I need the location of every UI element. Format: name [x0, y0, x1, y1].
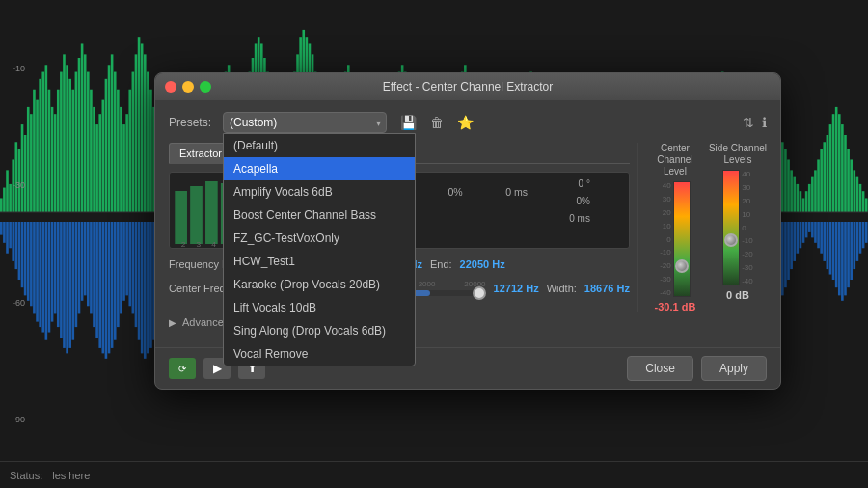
save-preset-button[interactable]: 💾	[396, 113, 420, 132]
dialog-body: Presets: (Custom) ▾ (Default) Acapella A…	[155, 100, 780, 347]
close-window-button[interactable]	[165, 81, 176, 93]
center-level-bar[interactable]	[673, 181, 691, 297]
loop-toggle-button[interactable]: ⟳	[169, 358, 196, 379]
presets-select[interactable]: (Custom)	[223, 112, 387, 133]
side-level-knob[interactable]	[724, 233, 738, 247]
traffic-lights	[165, 81, 211, 93]
dialog-title: Effect - Center Channel Extractor	[383, 80, 554, 94]
degree-indicator: 0 °	[579, 178, 590, 189]
presets-row: Presets: (Custom) ▾ (Default) Acapella A…	[169, 112, 767, 133]
effect-dialog: Effect - Center Channel Extractor Preset…	[154, 72, 781, 390]
svg-rect-1	[190, 186, 203, 244]
freq-end-label: End:	[430, 258, 452, 270]
info-icon[interactable]: ℹ	[762, 115, 767, 130]
maximize-window-button[interactable]	[200, 81, 211, 93]
svg-text:4: 4	[211, 240, 216, 249]
width-label: Width:	[547, 283, 577, 294]
preset-item-acapella[interactable]: Acapella	[224, 157, 415, 180]
scale-label: -10	[0, 64, 25, 73]
svg-rect-2	[205, 181, 218, 244]
apply-button[interactable]: Apply	[701, 356, 767, 381]
right-meters-panel: CenterChannel Level 40 30 20 10 0 -10 -2…	[637, 143, 767, 312]
preset-item-hcw[interactable]: HCW_Test1	[224, 250, 415, 273]
preset-item-default[interactable]: (Default)	[224, 134, 415, 157]
side-scale: 40 30 20 10 0 -10 -20 -30 -40	[742, 170, 753, 285]
side-channel-meter: Side ChannelLevels 40 30 20 10 0 -10	[709, 143, 767, 312]
percent-indicator: 0%	[577, 196, 590, 206]
close-button[interactable]: Close	[627, 356, 693, 381]
preset-item-lift[interactable]: Lift Vocals 10dB	[224, 296, 415, 319]
preset-item-karaoke[interactable]: Karaoke (Drop Vocals 20dB)	[224, 273, 415, 296]
center-scale: 40 30 20 10 0 -10 -20 -30 -40	[660, 181, 671, 297]
scale-label: -90	[0, 415, 25, 424]
freq-end-value: 22050 Hz	[460, 258, 505, 270]
favorite-preset-button[interactable]: ⭐	[453, 113, 477, 132]
side-level-bar[interactable]	[722, 170, 740, 285]
scale-labels: -10 -30 -60 -90	[0, 0, 29, 488]
svg-text:0%: 0%	[448, 187, 463, 198]
svg-text:2: 2	[181, 240, 186, 249]
slider-thumb[interactable]	[473, 286, 486, 300]
preset-item-boost[interactable]: Boost Center Channel Bass	[224, 203, 415, 227]
scale-label: -30	[0, 180, 25, 190]
svg-rect-0	[175, 191, 187, 244]
slider-label-2000: 2000	[419, 280, 436, 288]
center-channel-meter: CenterChannel Level 40 30 20 10 0 -10 -2…	[646, 143, 704, 312]
presets-dropdown-wrapper: (Custom) ▾ (Default) Acapella Amplify Vo…	[223, 112, 387, 133]
svg-text:3: 3	[196, 240, 201, 249]
ms-indicator: 0 ms	[569, 213, 590, 224]
center-meter-with-scale: 40 30 20 10 0 -10 -20 -30 -40	[660, 181, 691, 297]
delete-preset-button[interactable]: 🗑	[426, 113, 448, 132]
center-freq-value: 12712 Hz	[494, 283, 539, 294]
preset-item-vocal-remove[interactable]: Vocal Remove	[224, 342, 415, 366]
scale-label: -60	[0, 298, 25, 308]
center-level-value: -30.1 dB	[655, 301, 696, 312]
center-level-knob[interactable]	[675, 259, 689, 273]
preset-item-amplify[interactable]: Amplify Vocals 6dB	[224, 180, 415, 203]
files-here-label: les here	[52, 470, 90, 481]
minimize-window-button[interactable]	[182, 81, 194, 93]
link-icon[interactable]: ⇅	[743, 115, 754, 130]
status-bar: Status: les here	[0, 461, 868, 488]
preset-item-sing[interactable]: Sing Along (Drop Vocals 6dB)	[224, 319, 415, 342]
dialog-titlebar: Effect - Center Channel Extractor	[155, 73, 780, 100]
presets-label: Presets:	[169, 116, 217, 129]
center-channel-label: CenterChannel Level	[646, 143, 704, 177]
top-right-icons: ⇅ ℹ	[743, 115, 767, 130]
advanced-arrow-icon: ▶	[169, 317, 176, 328]
preset-icons: 💾 🗑 ⭐	[396, 113, 477, 132]
presets-dropdown-popup: (Default) Acapella Amplify Vocals 6dB Bo…	[223, 133, 416, 366]
preset-item-fz[interactable]: FZ_GC-TestVoxOnly	[224, 227, 415, 250]
width-value: 18676 Hz	[584, 283, 630, 294]
side-meter-with-scale: 40 30 20 10 0 -10 -20 -30 -40	[722, 170, 753, 285]
side-channel-label: Side ChannelLevels	[709, 143, 767, 166]
side-level-value: 0 dB	[726, 289, 749, 301]
svg-text:0 ms: 0 ms	[505, 187, 528, 198]
